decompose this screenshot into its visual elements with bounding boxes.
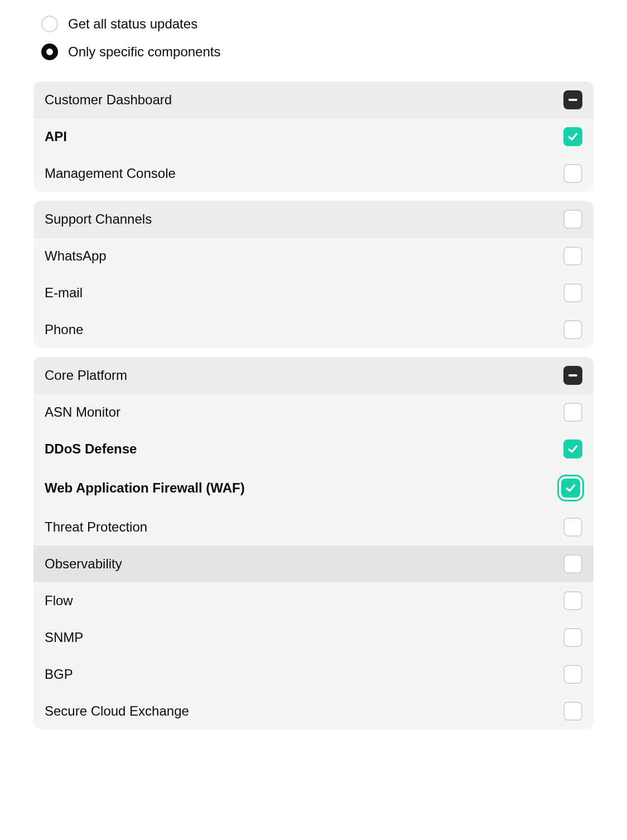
checkbox-checked-icon[interactable] [563, 440, 582, 458]
component-item-row[interactable]: E-mail [33, 274, 594, 311]
component-group: Support ChannelsWhatsAppE-mailPhone [33, 201, 594, 348]
group-header-label: Customer Dashboard [45, 92, 172, 108]
radio-row-all[interactable]: Get all status updates [33, 10, 594, 38]
component-item-label: Secure Cloud Exchange [45, 703, 189, 719]
component-item-label: Phone [45, 322, 83, 337]
component-item-row[interactable]: Phone [33, 311, 594, 348]
checkbox-unchecked-icon[interactable] [563, 210, 582, 229]
component-item-row[interactable]: Secure Cloud Exchange [33, 693, 594, 730]
subscribe-components-form: Get all status updates Only specific com… [0, 0, 627, 746]
component-item-label: Management Console [45, 166, 176, 181]
group-header-row[interactable]: Support Channels [33, 201, 594, 238]
checkbox-unchecked-icon[interactable] [563, 518, 582, 537]
component-item-label: Threat Protection [45, 519, 147, 535]
component-item-label: DDoS Defense [45, 441, 137, 457]
radio-unchecked-icon [41, 16, 58, 32]
checkbox-unchecked-icon[interactable] [563, 247, 582, 265]
component-item-row[interactable]: DDoS Defense [33, 431, 594, 467]
component-item-row[interactable]: Web Application Firewall (WAF) [33, 467, 594, 509]
component-item-row[interactable]: API [33, 118, 594, 155]
component-item-row[interactable]: BGP [33, 656, 594, 693]
component-item-label: E-mail [45, 285, 83, 301]
checkbox-checked-icon[interactable] [563, 127, 582, 146]
group-header-row[interactable]: Core Platform [33, 357, 594, 394]
component-item-row[interactable]: Observability [33, 545, 594, 582]
component-item-label: BGP [45, 667, 73, 682]
checkbox-unchecked-icon[interactable] [563, 665, 582, 684]
component-item-label: Observability [45, 556, 122, 572]
component-item-row[interactable]: SNMP [33, 619, 594, 656]
group-header-label: Support Channels [45, 211, 152, 227]
component-item-label: ASN Monitor [45, 404, 120, 420]
radio-label-specific: Only specific components [68, 44, 220, 60]
checkbox-unchecked-icon[interactable] [563, 628, 582, 647]
checkbox-unchecked-icon[interactable] [563, 283, 582, 302]
checkbox-unchecked-icon[interactable] [563, 320, 582, 339]
radio-row-specific[interactable]: Only specific components [33, 38, 594, 66]
component-group: Customer DashboardAPIManagement Console [33, 81, 594, 192]
group-header-row[interactable]: Customer Dashboard [33, 81, 594, 118]
component-item-row[interactable]: Flow [33, 582, 594, 619]
component-item-row[interactable]: Management Console [33, 155, 594, 192]
component-item-label: API [45, 129, 67, 144]
radio-checked-icon [41, 44, 58, 60]
component-item-row[interactable]: Threat Protection [33, 509, 594, 545]
component-item-label: WhatsApp [45, 248, 107, 264]
checkbox-focus-ring [559, 476, 582, 500]
radio-label-all: Get all status updates [68, 16, 197, 32]
checkbox-unchecked-icon[interactable] [563, 164, 582, 183]
component-item-row[interactable]: ASN Monitor [33, 394, 594, 431]
component-item-label: SNMP [45, 630, 83, 645]
checkbox-indeterminate-icon[interactable] [563, 366, 582, 385]
checkbox-unchecked-icon[interactable] [563, 554, 582, 573]
component-group: Core PlatformASN MonitorDDoS DefenseWeb … [33, 357, 594, 730]
checkbox-indeterminate-icon[interactable] [563, 90, 582, 109]
checkbox-unchecked-icon[interactable] [563, 403, 582, 422]
checkbox-unchecked-icon[interactable] [563, 702, 582, 721]
checkbox-checked-icon[interactable] [561, 479, 580, 498]
group-header-label: Core Platform [45, 368, 127, 383]
checkbox-unchecked-icon[interactable] [563, 591, 582, 610]
component-item-label: Web Application Firewall (WAF) [45, 480, 245, 496]
component-groups: Customer DashboardAPIManagement ConsoleS… [33, 81, 594, 730]
component-item-label: Flow [45, 593, 73, 609]
component-item-row[interactable]: WhatsApp [33, 238, 594, 274]
